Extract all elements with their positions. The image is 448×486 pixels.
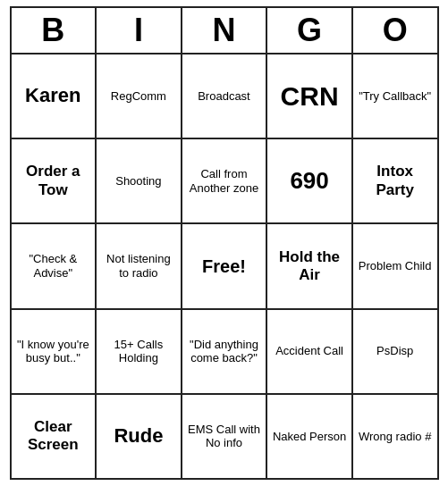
cell-4-3: Naked Person xyxy=(267,395,353,478)
bingo-row: Karen RegComm Broadcast CRN "Try Callbac… xyxy=(12,54,437,139)
cell-1-1: Shooting xyxy=(97,139,182,222)
cell-3-0: "I know you're busy but.." xyxy=(12,310,97,393)
cell-1-2: Call from Another zone xyxy=(182,139,268,222)
cell-2-4: Problem Child xyxy=(353,224,437,307)
header-o: O xyxy=(353,8,437,53)
cell-1-3: 690 xyxy=(267,139,353,222)
header-g: G xyxy=(267,8,353,53)
bingo-row: "Check & Advise" Not listening to radio … xyxy=(12,224,437,309)
cell-3-3: Accident Call xyxy=(267,310,353,393)
bingo-row: "I know you're busy but.." 15+ Calls Hol… xyxy=(12,310,437,395)
cell-3-2: "Did anything come back?" xyxy=(182,310,268,393)
cell-free: Free! xyxy=(182,224,268,307)
cell-2-0: "Check & Advise" xyxy=(12,224,97,307)
header-i: I xyxy=(97,8,182,53)
cell-1-4: Intox Party xyxy=(353,139,437,222)
cell-2-1: Not listening to radio xyxy=(97,224,182,307)
header-n: N xyxy=(182,8,268,53)
cell-4-1: Rude xyxy=(97,395,182,478)
bingo-grid: Karen RegComm Broadcast CRN "Try Callbac… xyxy=(12,54,437,478)
cell-1-0: Order a Tow xyxy=(12,139,97,222)
bingo-row: Clear Screen Rude EMS Call with No info … xyxy=(12,395,437,478)
cell-3-4: PsDisp xyxy=(353,310,437,393)
cell-2-3: Hold the Air xyxy=(267,224,353,307)
cell-0-1: RegComm xyxy=(97,54,182,138)
bingo-row: Order a Tow Shooting Call from Another z… xyxy=(12,139,437,224)
cell-4-2: EMS Call with No info xyxy=(182,395,268,478)
cell-0-4: "Try Callback" xyxy=(353,54,437,138)
cell-4-0: Clear Screen xyxy=(12,395,97,478)
cell-0-2: Broadcast xyxy=(182,54,268,138)
cell-3-1: 15+ Calls Holding xyxy=(97,310,182,393)
header-b: B xyxy=(12,8,97,53)
cell-0-0: Karen xyxy=(12,54,97,138)
bingo-card: B I N G O Karen RegComm Broadcast CRN "T… xyxy=(10,6,439,480)
cell-0-3: CRN xyxy=(267,54,353,138)
cell-4-4: Wrong radio # xyxy=(353,395,437,478)
bingo-header: B I N G O xyxy=(12,8,437,54)
